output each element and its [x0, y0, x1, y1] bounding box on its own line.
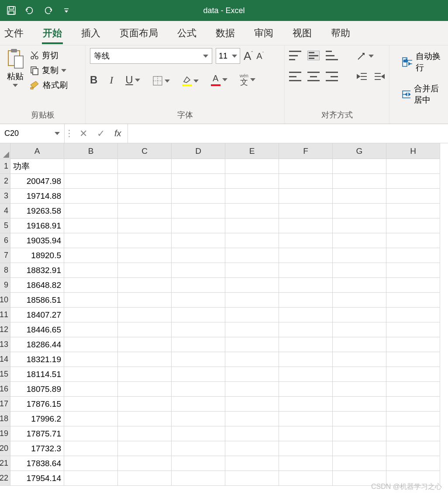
row-header[interactable]: 11: [0, 308, 10, 322]
row-header[interactable]: 10: [0, 293, 10, 308]
cell[interactable]: [64, 174, 118, 189]
cell[interactable]: [64, 412, 118, 426]
qat-dropdown-icon[interactable]: [61, 5, 72, 16]
column-header[interactable]: C: [118, 143, 172, 159]
cell[interactable]: [333, 397, 386, 412]
wrap-text-button[interactable]: ab 自动换行: [402, 51, 444, 73]
cell[interactable]: [333, 233, 386, 248]
font-name-select[interactable]: 等线: [90, 48, 212, 64]
cell[interactable]: [172, 189, 225, 204]
cell[interactable]: [279, 278, 333, 293]
tab-formulas[interactable]: 公式: [176, 22, 197, 44]
cell[interactable]: [386, 426, 440, 441]
cell[interactable]: [333, 293, 386, 308]
cell[interactable]: [118, 426, 172, 441]
cell[interactable]: 17875.71: [10, 426, 64, 441]
cell[interactable]: [386, 263, 440, 278]
copy-button[interactable]: 复制: [30, 65, 68, 76]
cut-button[interactable]: 剪切: [30, 50, 68, 61]
cell[interactable]: [225, 337, 279, 352]
undo-icon[interactable]: [24, 5, 35, 16]
cell[interactable]: [64, 397, 118, 412]
cell[interactable]: [225, 426, 279, 441]
cell[interactable]: 18075.89: [10, 382, 64, 397]
bold-button[interactable]: B: [90, 74, 97, 86]
cell[interactable]: [118, 456, 172, 471]
cell[interactable]: [225, 204, 279, 218]
cell[interactable]: [225, 352, 279, 367]
cell[interactable]: 功率: [10, 159, 64, 174]
cell[interactable]: [118, 471, 172, 486]
orientation-button[interactable]: [356, 51, 374, 61]
cell[interactable]: [225, 233, 279, 248]
select-all-corner[interactable]: [0, 143, 10, 159]
row-header[interactable]: 13: [0, 337, 10, 352]
tab-data[interactable]: 数据: [215, 22, 236, 44]
tab-home[interactable]: 开始: [42, 22, 63, 44]
cell[interactable]: [279, 293, 333, 308]
cell[interactable]: [279, 456, 333, 471]
cell[interactable]: [172, 352, 225, 367]
cell[interactable]: 19168.91: [10, 218, 64, 233]
cell[interactable]: [172, 397, 225, 412]
cell[interactable]: [333, 248, 386, 263]
cell[interactable]: [172, 441, 225, 456]
cell[interactable]: [279, 471, 333, 486]
cell[interactable]: [64, 352, 118, 367]
cell[interactable]: [279, 397, 333, 412]
cell[interactable]: [279, 441, 333, 456]
cell[interactable]: [118, 337, 172, 352]
cell[interactable]: [333, 218, 386, 233]
cell[interactable]: [64, 441, 118, 456]
cell[interactable]: [225, 218, 279, 233]
cell[interactable]: [279, 189, 333, 204]
cell[interactable]: [64, 293, 118, 308]
cell[interactable]: [333, 322, 386, 337]
cell[interactable]: 19263.58: [10, 204, 64, 218]
align-right-icon[interactable]: [326, 72, 338, 81]
cell[interactable]: [225, 322, 279, 337]
row-header[interactable]: 15: [0, 367, 10, 382]
cell[interactable]: [333, 189, 386, 204]
increase-font-icon[interactable]: Aˆ: [244, 49, 253, 63]
cell[interactable]: [386, 218, 440, 233]
cell[interactable]: 18407.27: [10, 308, 64, 322]
row-header[interactable]: 17: [0, 397, 10, 412]
cell[interactable]: [64, 263, 118, 278]
cell[interactable]: [118, 293, 172, 308]
cell[interactable]: [279, 248, 333, 263]
cell[interactable]: [172, 263, 225, 278]
cell[interactable]: [118, 322, 172, 337]
cell[interactable]: 17996.2: [10, 412, 64, 426]
cell[interactable]: [118, 308, 172, 322]
cell[interactable]: 18321.19: [10, 352, 64, 367]
cell[interactable]: [386, 367, 440, 382]
cell[interactable]: [172, 293, 225, 308]
cell[interactable]: [118, 159, 172, 174]
cell[interactable]: [386, 159, 440, 174]
cell[interactable]: [333, 367, 386, 382]
cell[interactable]: 18286.44: [10, 337, 64, 352]
cell[interactable]: [172, 159, 225, 174]
formula-input[interactable]: [128, 124, 448, 143]
cell[interactable]: [172, 322, 225, 337]
row-header[interactable]: 14: [0, 352, 10, 367]
cell[interactable]: [386, 293, 440, 308]
format-painter-button[interactable]: 格式刷: [30, 80, 68, 91]
cell[interactable]: [333, 426, 386, 441]
cell[interactable]: [225, 189, 279, 204]
phonetic-button[interactable]: wén文: [240, 73, 255, 86]
row-header[interactable]: 5: [0, 218, 10, 233]
cell[interactable]: [118, 263, 172, 278]
cell[interactable]: [172, 233, 225, 248]
cell[interactable]: [64, 159, 118, 174]
row-header[interactable]: 16: [0, 382, 10, 397]
cell[interactable]: [333, 174, 386, 189]
cell[interactable]: [279, 204, 333, 218]
cell[interactable]: [64, 367, 118, 382]
cell[interactable]: [279, 337, 333, 352]
paste-dropdown-icon[interactable]: [13, 84, 18, 87]
row-header[interactable]: 19: [0, 426, 10, 441]
tab-help[interactable]: 帮助: [330, 22, 351, 44]
border-button[interactable]: [152, 76, 170, 86]
